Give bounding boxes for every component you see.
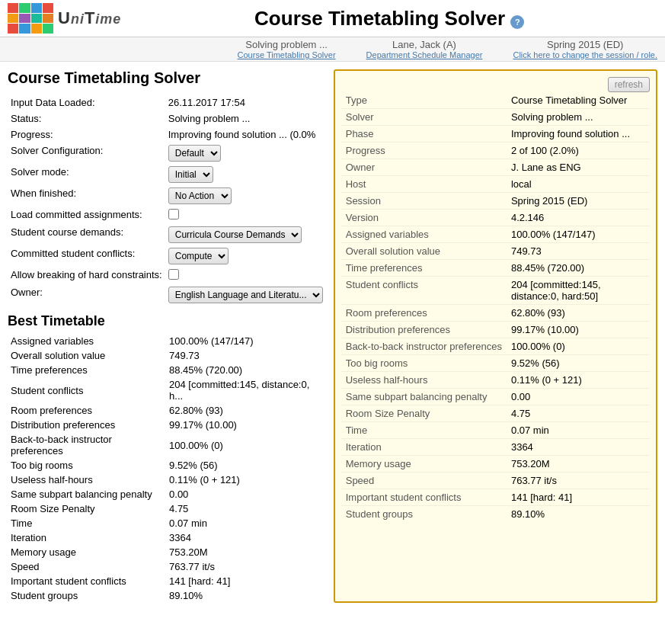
detail-label: Student conflicts [341,277,507,305]
stat-label: Room Size Penalty [8,501,166,516]
stat-value: 100.00% (0) [166,432,326,458]
nav-session-sub[interactable]: Click here to change the session / role. [513,50,657,59]
detail-value: 99.17% (10.00) [507,322,650,338]
detail-row: Too big rooms9.52% (56) [341,355,650,372]
detail-value: local [507,176,650,193]
detail-row: Same subpart balancing penalty0.00 [341,389,650,405]
detail-value: 204 [committed:145, distance:0, hard:50] [507,277,650,305]
detail-value: 2 of 100 (2.0%) [507,143,650,159]
stat-value: 0.11% (0 + 121) [166,473,326,487]
detail-row: Iteration3364 [341,439,650,456]
stat-label: Iteration [8,530,166,545]
detail-row: Room preferences62.80% (93) [341,305,650,322]
stats-table: Assigned variables100.00% (147/147)Overa… [8,334,326,603]
detail-row: Important student conflicts141 [hard: 41… [341,489,650,506]
detail-value: 100.00% (147/147) [507,226,650,243]
refresh-button[interactable]: refresh [608,77,650,92]
detail-row: SolverSolving problem ... [341,109,650,126]
stats-row: Student groups89.10% [8,588,326,603]
stat-label: Student conflicts [8,377,166,403]
detail-row: Progress2 of 100 (2.0%) [341,143,650,159]
detail-value: 753.20M [507,456,650,473]
detail-row: SessionSpring 2015 (ED) [341,193,650,210]
info-checkbox-6[interactable] [168,209,179,219]
detail-row: Memory usage753.20M [341,456,650,473]
stat-value: 749.73 [166,348,326,363]
info-row: Load committed assignments: [8,207,326,224]
detail-value: 4.2.146 [507,210,650,226]
stat-value: 763.77 it/s [166,559,326,574]
detail-row: Assigned variables100.00% (147/147) [341,226,650,243]
info-row: Progress:Improving found solution ... (0… [8,127,326,143]
info-select-4[interactable]: Initial [168,166,213,183]
info-value: Compute [165,245,326,267]
stats-row: Important student conflicts141 [hard: 41… [8,574,326,588]
detail-value: 749.73 [507,243,650,260]
info-select-7[interactable]: Curricula Course Demands [168,226,302,243]
detail-label: Session [341,193,507,210]
info-value: No Action [165,185,326,207]
logo-image [8,3,53,34]
info-select-5[interactable]: No Action [168,187,232,204]
help-icon[interactable]: ? [510,15,524,29]
detail-row: Hostlocal [341,176,650,193]
main-container: Course Timetabling Solver Input Data Loa… [0,62,665,610]
detail-label: Student groups [341,506,507,523]
stats-row: Distribution preferences99.17% (10.00) [8,418,326,432]
info-value: 26.11.2017 17:54 [165,95,326,111]
nav-item-session: Spring 2015 (ED) Click here to change th… [513,39,657,59]
info-label: Progress: [8,127,165,143]
logo-area: UniTime [8,3,121,34]
detail-row: Distribution preferences99.17% (10.00) [341,322,650,338]
detail-label: Room preferences [341,305,507,322]
stats-row: Time preferences88.45% (720.00) [8,363,326,377]
stat-value: 0.07 min [166,516,326,530]
stat-label: Assigned variables [8,334,166,348]
stats-row: Time0.07 min [8,516,326,530]
detail-row: Time preferences88.45% (720.00) [341,260,650,277]
detail-label: Same subpart balancing penalty [341,389,507,405]
detail-value: Improving found solution ... [507,126,650,143]
detail-label: Room Size Penalty [341,405,507,422]
info-select-10[interactable]: English Language and Literatu... [168,287,323,303]
detail-row: Useless half-hours0.11% (0 + 121) [341,372,650,389]
stat-label: Useless half-hours [8,473,166,487]
stat-value: 753.20M [166,545,326,559]
info-row: Input Data Loaded:26.11.2017 17:54 [8,95,326,111]
stat-label: Time preferences [8,363,166,377]
detail-row: Back-to-back instructor preferences100.0… [341,338,650,355]
info-value [165,207,326,224]
stat-label: Important student conflicts [8,574,166,588]
detail-value: Course Timetabling Solver [507,92,650,109]
detail-value: 9.52% (56) [507,355,650,372]
nav-item-solver: Solving problem ... Course Timetabling S… [238,39,336,59]
stats-row: Student conflicts204 [committed:145, dis… [8,377,326,403]
nav-solver-sub[interactable]: Course Timetabling Solver [238,50,336,59]
stat-value: 3364 [166,530,326,545]
detail-label: Important student conflicts [341,489,507,506]
detail-row: Overall solution value749.73 [341,243,650,260]
nav-user-main: Lane, Jack (A) [366,39,483,50]
stat-label: Back-to-back instructor preferences [8,432,166,458]
info-row: Solver Configuration:Default [8,143,326,164]
detail-value: 141 [hard: 41] [507,489,650,506]
info-select-3[interactable]: Default [168,145,221,162]
info-select-8[interactable]: Compute [168,248,229,264]
detail-label: Phase [341,126,507,143]
stats-row: Room Size Penalty4.75 [8,501,326,516]
nav-user-sub[interactable]: Department Schedule Manager [366,50,483,59]
info-value: Improving found solution ... (0.0% [165,127,326,143]
detail-row: Student groups89.10% [341,506,650,523]
detail-value: 100.00% (0) [507,338,650,355]
info-value: English Language and Literatu... [165,284,326,306]
detail-label: Solver [341,109,507,126]
info-row: Owner:English Language and Literatu... [8,284,326,306]
detail-value: 88.45% (720.00) [507,260,650,277]
detail-label: Owner [341,159,507,176]
detail-value: 0.00 [507,389,650,405]
detail-row: Student conflicts204 [committed:145, dis… [341,277,650,305]
left-panel: Course Timetabling Solver Input Data Loa… [0,62,334,610]
info-checkbox-9[interactable] [168,269,179,280]
detail-label: Back-to-back instructor preferences [341,338,507,355]
detail-row: Version4.2.146 [341,210,650,226]
